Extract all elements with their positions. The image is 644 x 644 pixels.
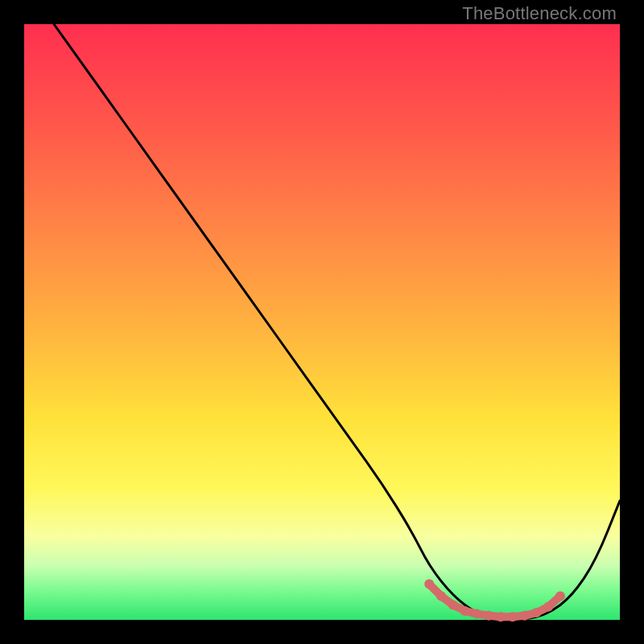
highlight-dot [448,601,458,610]
highlight-dot [496,612,506,621]
highlight-dot [484,611,493,621]
plot-area [24,24,620,620]
main-curve [54,24,620,620]
highlight-dot [555,591,565,601]
highlight-dot [531,608,541,617]
highlight-dot [472,609,481,619]
highlight-dot [508,612,518,621]
watermark-text: TheBottleneck.com [462,3,617,24]
chart-svg [24,24,620,620]
highlight-dot [424,580,434,589]
chart-frame: TheBottleneck.com [0,0,644,644]
highlight-dot [520,611,530,621]
highlight-dot [460,606,470,616]
highlight-dot [543,602,553,612]
highlight-dot [436,591,446,601]
